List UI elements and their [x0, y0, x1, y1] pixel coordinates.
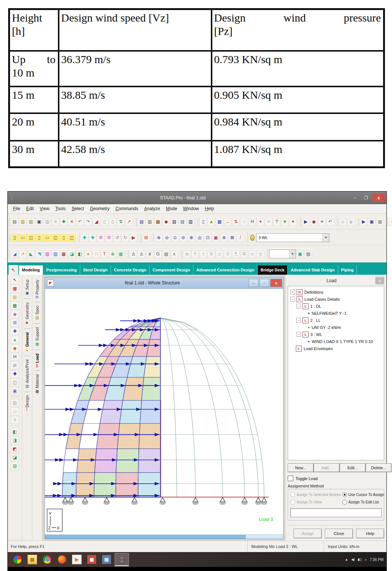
- toolbar-icon[interactable]: ⊘: [179, 234, 187, 242]
- toolbar-icon[interactable]: ▤: [11, 293, 19, 301]
- chevron-down-icon[interactable]: ▼: [323, 234, 329, 242]
- toolbar-icon[interactable]: ◢: [92, 218, 100, 226]
- toolbar-icon[interactable]: ▶: [302, 218, 310, 226]
- structure-restore-button[interactable]: ▫: [259, 279, 269, 287]
- load-panel-close-icon[interactable]: x: [375, 277, 384, 284]
- toolbar-icon[interactable]: ◫: [68, 234, 76, 242]
- toolbar-icon[interactable]: z: [216, 250, 223, 258]
- toolbar-icon[interactable]: ?: [273, 218, 281, 226]
- toolbar-icon[interactable]: ⊕: [109, 250, 117, 258]
- menu-commands[interactable]: Commands: [112, 205, 141, 212]
- sub-tab-load[interactable]: ↧Load: [34, 351, 40, 370]
- tab-piping[interactable]: Piping: [338, 265, 357, 275]
- toolbar-icon[interactable]: ▣: [212, 234, 220, 242]
- toolbar-icon[interactable]: ◪: [68, 250, 76, 258]
- toolbar-icon[interactable]: ◉: [310, 218, 318, 226]
- toolbar-icon[interactable]: ✕: [68, 218, 76, 226]
- toolbar-icon[interactable]: ▦: [11, 284, 19, 293]
- toolbar-icon[interactable]: §: [257, 250, 264, 258]
- toolbar-icon[interactable]: ▧: [19, 218, 27, 226]
- toolbar-icon[interactable]: ▩: [216, 218, 223, 226]
- staad-taskbar-icon[interactable]: ▼▲: [115, 553, 129, 566]
- tree-item[interactable]: −L1 : DL: [289, 303, 383, 310]
- toolbar-icon[interactable]: ✚: [89, 234, 97, 242]
- toolbar-icon[interactable]: ⊞: [142, 234, 150, 242]
- help-button[interactable]: Help: [356, 529, 384, 538]
- tab-steel-design[interactable]: Steel Design: [80, 265, 111, 275]
- media-player-taskbar-icon[interactable]: ▶: [70, 554, 84, 565]
- toolbar-icon[interactable]: ✚: [60, 218, 68, 226]
- chrome-taskbar-icon[interactable]: [40, 554, 54, 565]
- tree-expander-icon[interactable]: −: [290, 297, 295, 301]
- toolbar-icon[interactable]: ▥: [187, 218, 195, 226]
- toolbar-icon[interactable]: t: [199, 250, 207, 258]
- tab-advanced-connection-design[interactable]: Advanced Connection Design: [193, 265, 258, 275]
- toolbar-icon[interactable]: ▧: [170, 218, 178, 226]
- toolbar-icon[interactable]: Y: [191, 250, 199, 258]
- menu-help[interactable]: Help: [202, 205, 217, 212]
- toolbar-icon[interactable]: ▯: [101, 218, 108, 226]
- chevron-down-icon[interactable]: ▼: [289, 250, 295, 258]
- toolbar-icon[interactable]: ▨: [52, 250, 59, 258]
- toolbar-icon[interactable]: Φ: [105, 234, 113, 242]
- toolbar-icon[interactable]: ▧: [11, 462, 19, 470]
- side-tab-analysis-print[interactable]: ▤Analysis/Print: [24, 357, 30, 391]
- edit-button[interactable]: Edit...: [340, 463, 366, 472]
- toolbar-icon[interactable]: ◩: [11, 445, 19, 453]
- side-tab-design[interactable]: IDesign: [24, 393, 30, 412]
- menu-analyze[interactable]: Analyze: [141, 205, 163, 212]
- toolbar-icon[interactable]: T: [101, 250, 108, 258]
- toolbar-icon[interactable]: ¶: [232, 250, 240, 258]
- toolbar-icon[interactable]: ◎: [196, 234, 203, 242]
- add-button[interactable]: Add...: [314, 463, 340, 472]
- toolbar-icon[interactable]: ♯: [146, 250, 154, 258]
- toolbar-icon[interactable]: ∩: [339, 218, 347, 226]
- toolbar-icon[interactable]: ↔: [224, 218, 232, 226]
- side-tab-setup[interactable]: ▣Setup: [24, 277, 30, 298]
- delete-button[interactable]: Delete...: [366, 463, 392, 472]
- menu-tools[interactable]: Tools: [52, 205, 69, 212]
- load-case-selector[interactable]: 3:WL▼: [256, 233, 329, 242]
- toolbar-icon[interactable]: ↗: [19, 250, 27, 258]
- clock[interactable]: 7:36 PM: [370, 558, 383, 562]
- toolbar-icon[interactable]: Η: [11, 353, 19, 361]
- tab-advanced-slab-design[interactable]: Advanced Slab Design: [288, 265, 338, 275]
- toolbar-icon[interactable]: ⇄: [11, 361, 19, 369]
- menu-window[interactable]: Window: [180, 205, 202, 212]
- toolbar-icon[interactable]: ▣: [11, 387, 19, 395]
- structure-canvas[interactable]: YZXLoad 3: [45, 289, 283, 534]
- restore-button[interactable]: ❐: [361, 194, 371, 202]
- menu-file[interactable]: File: [10, 205, 23, 212]
- toolbar-icon[interactable]: ✦: [289, 218, 297, 226]
- structure-close-button[interactable]: x: [270, 279, 282, 287]
- minimize-button[interactable]: –: [350, 194, 360, 202]
- toolbar-icon[interactable]: ▧: [43, 250, 51, 258]
- toolbar-icon[interactable]: s: [248, 250, 256, 258]
- tree-item[interactable]: ●WIND LOAD X 1 TYPE 1 YR 0 10: [289, 338, 383, 345]
- tab-bridge-deck[interactable]: Bridge Deck: [258, 265, 288, 275]
- alert-icon[interactable]: ●: [365, 558, 367, 562]
- horizontal-scrollbar[interactable]: [45, 534, 283, 539]
- toolbar-icon[interactable]: ▭: [11, 407, 19, 415]
- toolbar-icon[interactable]: 8: [208, 250, 215, 258]
- tree-item[interactable]: +DDefinitions: [289, 288, 383, 296]
- toolbar-icon[interactable]: ◪: [11, 453, 19, 461]
- tree-item[interactable]: −L2 : LL: [289, 317, 383, 324]
- tree-item[interactable]: ●UNI GY -2 kN/m: [289, 324, 383, 331]
- network-icon[interactable]: ▮▯: [358, 558, 362, 561]
- toolbar-icon[interactable]: ▩: [11, 301, 19, 310]
- toolbar-icon[interactable]: ▥: [43, 218, 51, 226]
- toolbar-icon[interactable]: ∧: [170, 250, 178, 258]
- toolbar-icon[interactable]: ▦: [376, 218, 384, 226]
- toolbar-icon[interactable]: ↻: [121, 234, 129, 242]
- radio-assign-to-edit-list[interactable]: Assign To Edit List: [342, 500, 384, 505]
- toolbar-icon[interactable]: ⊕: [155, 234, 163, 242]
- toolbar-icon[interactable]: /: [236, 234, 244, 242]
- toolbar-icon[interactable]: ◫: [52, 234, 59, 242]
- toolbar-icon[interactable]: ↗: [125, 218, 133, 226]
- toolbar-icon[interactable]: ▶: [130, 234, 137, 242]
- toolbar-icon[interactable]: ▯: [11, 234, 19, 242]
- selection-list-combo[interactable]: ▼: [269, 249, 296, 258]
- tab-component-design[interactable]: Component Design: [150, 265, 193, 275]
- toolbar-icon[interactable]: ♦: [389, 218, 392, 226]
